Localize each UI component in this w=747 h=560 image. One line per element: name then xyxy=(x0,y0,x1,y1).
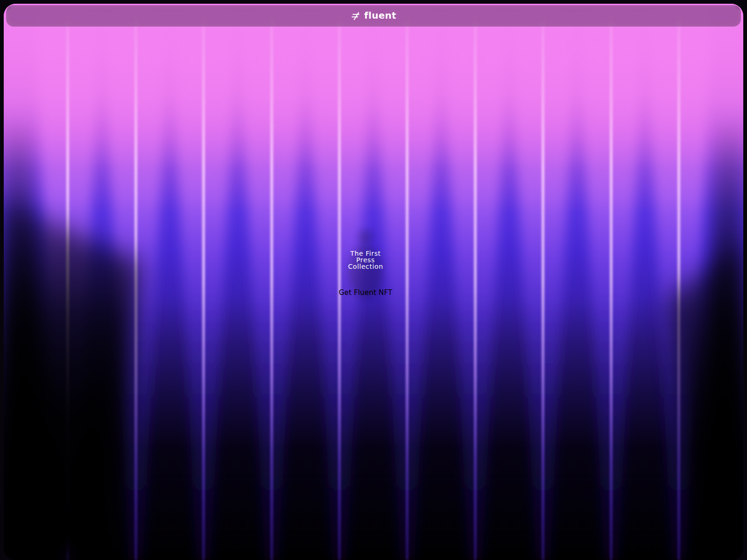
gradient-panel: fluent The First Press Collection Get Fl… xyxy=(4,4,743,560)
hero-section: The First Press Collection Get Fluent NF… xyxy=(296,250,436,296)
page: fluent The First Press Collection Get Fl… xyxy=(0,0,747,560)
fluent-logo-icon xyxy=(351,11,361,21)
hero-title-line: The First xyxy=(296,250,436,257)
brand[interactable]: fluent xyxy=(351,11,396,21)
hero-title-line: Press xyxy=(296,257,436,263)
hero-title: The First Press Collection xyxy=(296,250,436,270)
top-bar: fluent xyxy=(6,5,741,27)
brand-wordmark: fluent xyxy=(364,11,396,21)
get-fluent-nft-button[interactable]: Get Fluent NFT xyxy=(339,289,393,296)
hero-title-line: Collection xyxy=(296,263,436,270)
